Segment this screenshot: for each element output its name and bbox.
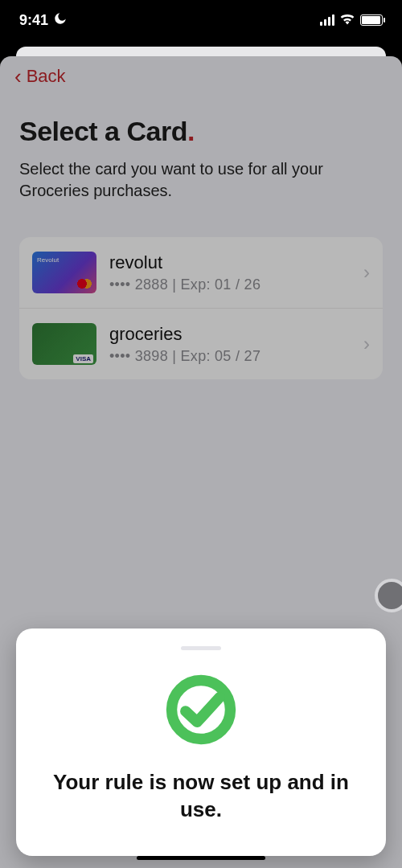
cellular-icon xyxy=(320,14,334,26)
success-message: Your rule is now set up and in use. xyxy=(35,769,367,824)
moon-icon xyxy=(53,11,68,29)
main-sheet: ‹ Back Select a Card. Select the card yo… xyxy=(0,56,402,868)
status-time: 9:41 xyxy=(19,12,48,29)
sheet-grabber[interactable] xyxy=(181,646,221,650)
success-modal: Your rule is now set up and in use. xyxy=(16,628,386,856)
assistive-touch-icon[interactable] xyxy=(375,579,402,612)
home-indicator[interactable] xyxy=(137,856,265,860)
checkmark-circle-icon xyxy=(35,671,367,748)
status-bar: 9:41 xyxy=(0,0,402,40)
battery-icon xyxy=(360,14,383,26)
wifi-icon xyxy=(339,12,355,28)
